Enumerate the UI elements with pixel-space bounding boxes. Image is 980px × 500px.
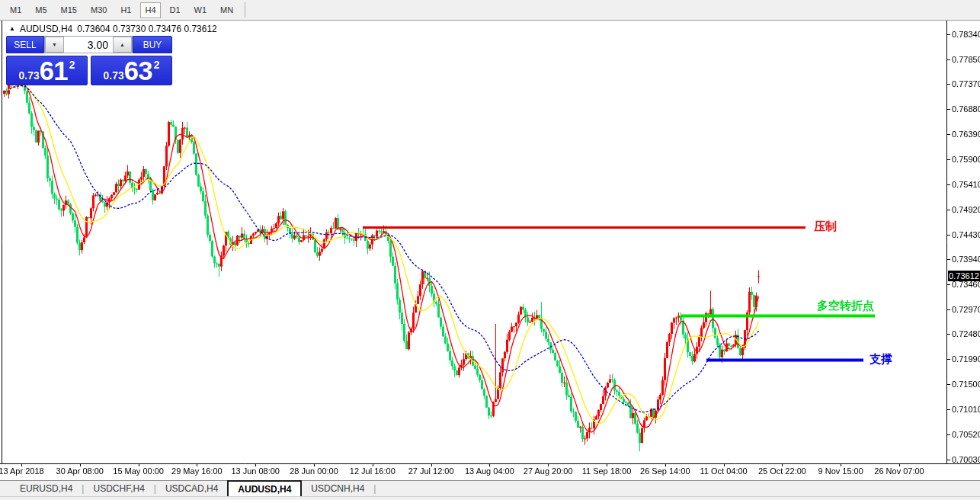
- chart-title: ▲ AUDUSD,H4 0.73604 0.73730 0.73476 0.73…: [9, 24, 217, 34]
- chart-tab-eurusd-h4[interactable]: EURUSD,H4: [11, 481, 82, 496]
- timeframe-button-m30[interactable]: M30: [86, 2, 111, 18]
- x-axis-tick-label: 28 Jun 00:00: [290, 466, 338, 476]
- y-axis-tick-label: 0.72480: [952, 329, 980, 338]
- y-axis-tick-label: 0.70520: [952, 430, 980, 439]
- volume-decrease-icon[interactable]: ▼: [45, 37, 64, 53]
- x-axis-tick-label: 26 Nov 07:00: [874, 466, 924, 476]
- x-axis-tick-label: 11 Oct 04:00: [700, 466, 748, 476]
- x-axis-tick-label: 11 Sep 18:00: [582, 466, 632, 476]
- x-axis-tick-label: 27 Jul 12:00: [408, 466, 454, 476]
- annotation-label: 多空转折点: [817, 299, 874, 313]
- y-axis-tick-label: 0.78340: [952, 30, 980, 39]
- x-axis-tick-label: 13 Apr 2018: [0, 466, 44, 476]
- y-axis-tick-label: 0.71990: [952, 354, 980, 364]
- chart-tab-usdcnh-h4[interactable]: USDCNH,H4: [302, 481, 373, 496]
- x-axis-tick-label: 26 Sep 14:00: [640, 466, 690, 476]
- y-axis-tick-label: 0.74430: [952, 230, 980, 239]
- annotation-label: 压制: [814, 220, 837, 234]
- buy-price-big: 63: [124, 57, 152, 84]
- timeframe-button-mn[interactable]: MN: [216, 2, 238, 18]
- y-axis-tick-label: 0.77370: [952, 79, 980, 88]
- x-axis-tick-label: 13 Jun 08:00: [231, 466, 280, 476]
- x-axis-tick-label: 30 Apr 08:00: [56, 466, 104, 476]
- chart-window: ▲ AUDUSD,H4 0.73604 0.73730 0.73476 0.73…: [0, 21, 980, 480]
- y-axis-tick-label: 0.75900: [952, 155, 980, 164]
- y-axis-tick-label: 0.75410: [952, 180, 980, 189]
- buy-button[interactable]: BUY: [133, 36, 172, 53]
- buy-price-sup: 2: [154, 59, 160, 71]
- timeframe-button-d1[interactable]: D1: [165, 2, 185, 18]
- chart-tab-usdchf-h4[interactable]: USDCHF,H4: [84, 481, 153, 496]
- sell-price-sup: 2: [69, 59, 75, 71]
- x-axis-tick-label: 13 Aug 04:00: [465, 466, 514, 476]
- chart-expand-icon[interactable]: ▲: [9, 25, 15, 32]
- chart-ohlc-values: 0.73604 0.73730 0.73476 0.73612: [77, 24, 217, 34]
- y-axis-tick-label: 0.73940: [952, 255, 980, 264]
- y-axis-tick-label: 0.76880: [952, 104, 980, 114]
- chart-tab-usdcad-h4[interactable]: USDCAD,H4: [156, 481, 227, 496]
- annotation-label: 支撑: [870, 352, 892, 367]
- sell-price-prefix: 0.73: [19, 69, 40, 82]
- x-axis-tick-label: 25 Oct 22:00: [758, 466, 806, 476]
- one-click-trade-panel: SELL ▼ 3.00 ▲ BUY 0.73 61 2 0.73 63 2: [6, 36, 172, 85]
- y-axis-tick-label: 0.71500: [952, 380, 980, 389]
- volume-input[interactable]: 3.00: [64, 37, 113, 53]
- tab-separator: |: [373, 483, 376, 494]
- timeframe-button-m15[interactable]: M15: [56, 2, 82, 18]
- y-axis-tick-label: 0.74920: [952, 205, 980, 214]
- y-axis-tick-label: 0.77850: [952, 55, 980, 64]
- toolbar-separator: [245, 2, 245, 18]
- buy-price-prefix: 0.73: [104, 69, 124, 82]
- sell-button[interactable]: SELL: [6, 36, 44, 53]
- x-axis-tick-label: 9 Nov 15:00: [818, 466, 863, 476]
- x-axis-tick-label: 29 May 16:00: [171, 466, 223, 476]
- y-axis-tick-label: 0.76390: [952, 130, 980, 139]
- timeframe-button-h1[interactable]: H1: [116, 2, 136, 18]
- volume-increase-icon[interactable]: ▲: [113, 37, 132, 53]
- status-bar: [0, 496, 980, 500]
- timeframe-button-h4[interactable]: H4: [140, 2, 160, 18]
- timeframe-button-m5[interactable]: M5: [30, 2, 51, 18]
- volume-stepper: ▼ 3.00 ▲: [44, 36, 133, 53]
- buy-price-box[interactable]: 0.73 63 2: [91, 56, 172, 85]
- x-axis-tick-label: 15 May 00:00: [113, 466, 164, 476]
- chart-tab-bar: EURUSD,H4|USDCHF,H4|USDCAD,H4AUDUSD,H4US…: [0, 480, 980, 496]
- x-axis-tick-label: 12 Jul 16:00: [350, 466, 396, 476]
- chart-symbol-period: AUDUSD,H4: [20, 24, 72, 34]
- timeframe-toolbar: M1M5M15M30H1H4D1W1MN: [0, 0, 980, 21]
- x-axis-tick-label: 27 Aug 20:00: [524, 466, 573, 476]
- y-axis-tick-label: 0.72970: [952, 305, 980, 314]
- y-axis-tick-label: 0.70030: [952, 455, 980, 464]
- sell-price-box[interactable]: 0.73 61 2: [6, 56, 88, 85]
- timeframe-button-w1[interactable]: W1: [190, 2, 212, 18]
- chart-tab-audusd-h4[interactable]: AUDUSD,H4: [227, 480, 302, 496]
- sell-price-big: 61: [40, 57, 68, 84]
- y-axis-tick-label: 0.71010: [952, 405, 980, 414]
- price-chart-canvas[interactable]: [0, 21, 980, 480]
- y-axis-tick-label: 0.73460: [952, 280, 980, 289]
- timeframe-button-m1[interactable]: M1: [5, 2, 26, 18]
